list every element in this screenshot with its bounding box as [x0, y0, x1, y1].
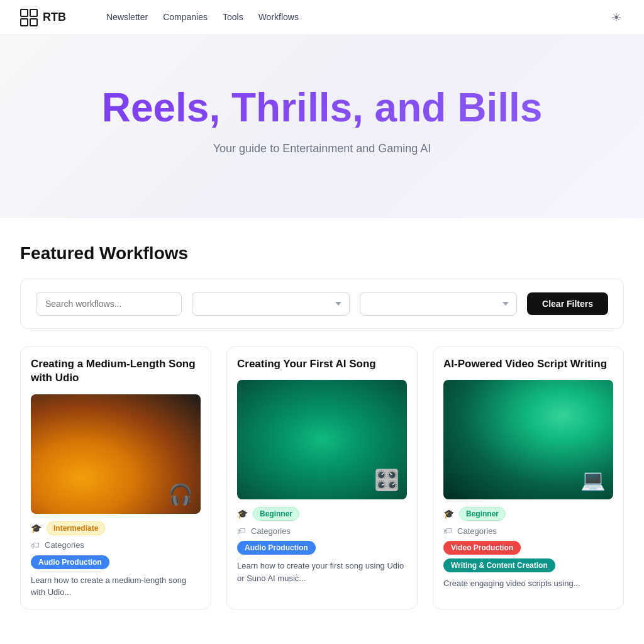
- card-script-categories-label: Categories: [457, 526, 497, 536]
- card-ai-song-title: Creating Your First AI Song: [237, 357, 407, 371]
- tag-audio-production[interactable]: Audio Production: [31, 555, 109, 569]
- card-script-desc: Create engaging video scripts using...: [443, 577, 613, 590]
- card-script-image: [443, 380, 613, 499]
- logo-text: RTB: [43, 11, 66, 24]
- card-udio-level-row: 🎓 Intermediate: [31, 521, 201, 535]
- search-input[interactable]: [36, 292, 182, 316]
- tag-writing-content[interactable]: Writing & Content Creation: [443, 558, 555, 572]
- logo-icon: [20, 9, 38, 26]
- card-script-categories-row: 🏷 Categories: [443, 526, 613, 536]
- card-script-tags: Video Production Writing & Content Creat…: [443, 541, 613, 572]
- cards-grid: Creating a Medium-Length Song with Udio …: [20, 347, 624, 609]
- categories-icon-3: 🏷: [443, 526, 452, 536]
- theme-toggle-button[interactable]: ☀: [609, 8, 624, 27]
- card-udio-image: [31, 394, 201, 514]
- nav-links: Newsletter Companies Tools Workflows: [86, 0, 319, 35]
- card-script-title: AI-Powered Video Script Writing: [443, 357, 613, 371]
- card-ai-song-content: Creating Your First AI Song 🎓 Beginner 🏷…: [227, 347, 417, 594]
- hero-subtitle: Your guide to Entertainment and Gaming A…: [20, 142, 624, 155]
- category-filter-select[interactable]: [192, 292, 349, 316]
- nav-tools[interactable]: Tools: [223, 12, 243, 22]
- nav-newsletter[interactable]: Newsletter: [106, 12, 148, 22]
- level-icon-3: 🎓: [443, 509, 454, 519]
- card-ai-song-tags: Audio Production: [237, 541, 407, 555]
- card-udio-level-badge: Intermediate: [47, 521, 105, 535]
- card-script-content: AI-Powered Video Script Writing 🎓 Beginn…: [433, 347, 623, 600]
- card-ai-song[interactable]: Creating Your First AI Song 🎓 Beginner 🏷…: [226, 347, 418, 609]
- card-ai-song-image: [237, 380, 407, 499]
- tag-audio-production-2[interactable]: Audio Production: [237, 541, 316, 555]
- level-icon-2: 🎓: [237, 509, 248, 519]
- card-udio-desc: Learn how to create a medium-length song…: [31, 574, 201, 599]
- categories-icon-2: 🏷: [237, 526, 246, 536]
- nav-left: RTB Newsletter Companies Tools Workflows: [20, 0, 319, 35]
- tag-video-production[interactable]: Video Production: [443, 541, 521, 555]
- categories-icon: 🏷: [31, 540, 40, 550]
- hero-section: Reels, Thrills, and Bills Your guide to …: [0, 35, 644, 218]
- level-icon: 🎓: [31, 523, 42, 533]
- level-filter-select[interactable]: [360, 292, 517, 316]
- card-script-level-row: 🎓 Beginner: [443, 507, 613, 521]
- card-ai-song-level-row: 🎓 Beginner: [237, 507, 407, 521]
- card-script-level-badge: Beginner: [459, 507, 506, 521]
- main-content: Featured Workflows Clear Filters Creatin…: [0, 218, 644, 634]
- card-udio-categories-label: Categories: [45, 540, 84, 550]
- card-udio-tags: Audio Production: [31, 555, 201, 569]
- nav-right: ☀: [609, 8, 624, 27]
- card-udio-content: Creating a Medium-Length Song with Udio …: [21, 347, 211, 608]
- card-ai-song-categories-label: Categories: [251, 526, 291, 536]
- logo[interactable]: RTB: [20, 9, 66, 26]
- card-script[interactable]: AI-Powered Video Script Writing 🎓 Beginn…: [433, 347, 624, 609]
- card-ai-song-desc: Learn how to create your first song usin…: [237, 560, 407, 584]
- card-udio[interactable]: Creating a Medium-Length Song with Udio …: [20, 347, 211, 609]
- card-udio-categories-row: 🏷 Categories: [31, 540, 201, 550]
- filters-container: Clear Filters: [20, 279, 624, 329]
- navbar: RTB Newsletter Companies Tools Workflows…: [0, 0, 644, 35]
- nav-workflows[interactable]: Workflows: [258, 12, 299, 22]
- card-udio-title: Creating a Medium-Length Song with Udio: [31, 357, 201, 385]
- card-ai-song-categories-row: 🏷 Categories: [237, 526, 407, 536]
- nav-companies[interactable]: Companies: [163, 12, 208, 22]
- section-title: Featured Workflows: [20, 243, 624, 264]
- clear-filters-button[interactable]: Clear Filters: [527, 292, 608, 315]
- hero-title: Reels, Thrills, and Bills: [20, 86, 624, 130]
- card-ai-song-level-badge: Beginner: [253, 507, 299, 521]
